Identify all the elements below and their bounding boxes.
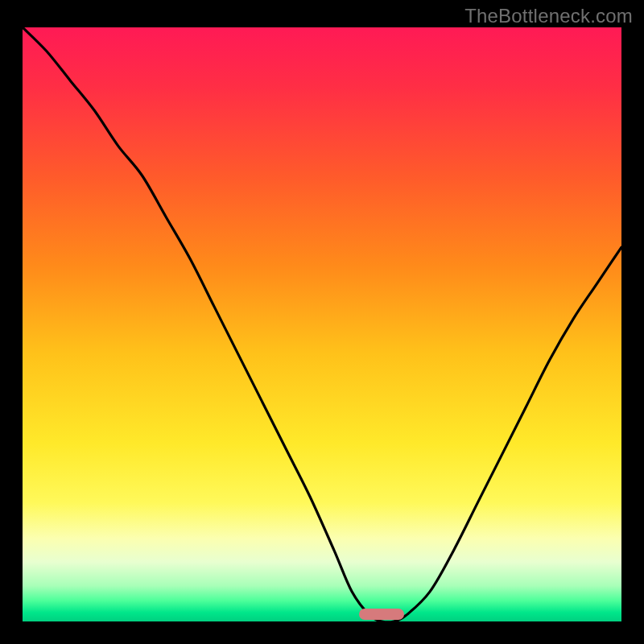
frame: TheBottleneck.com <box>0 0 644 644</box>
bottleneck-chart <box>23 27 621 621</box>
plot-area <box>23 27 621 621</box>
gradient-backdrop <box>23 27 621 621</box>
optimal-range-marker <box>359 609 404 620</box>
attribution-text: TheBottleneck.com <box>464 5 633 27</box>
